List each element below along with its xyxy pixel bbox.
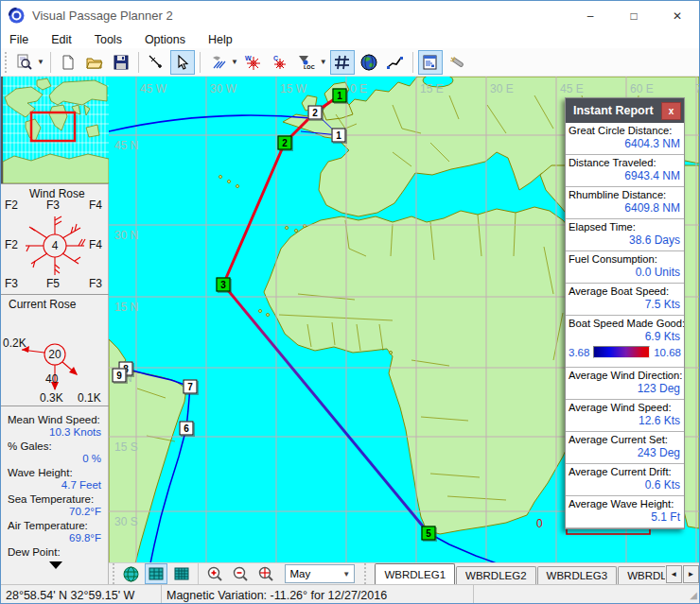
menu-item-file[interactable]: File <box>9 33 28 46</box>
lon-label: 15 E <box>420 82 444 95</box>
report-row-value: 0.0 Units <box>569 266 681 279</box>
wind-rose-label: F3 <box>89 277 102 290</box>
report-row-value: 38.6 Days <box>569 233 681 247</box>
grid-view-1-button[interactable] <box>145 563 168 584</box>
route-waypoint-1[interactable]: 1 <box>333 89 347 103</box>
mark-waypoint-7[interactable]: 7 <box>184 380 198 394</box>
stat-value: 69.8°F <box>8 532 103 544</box>
report-row-label: Boat Speed Made Good: <box>569 318 681 329</box>
print-preview-button[interactable] <box>11 50 36 75</box>
wind-rose-center-value: 4 <box>45 239 64 252</box>
zoom-out-button[interactable] <box>229 563 253 584</box>
open-file-icon <box>86 55 103 70</box>
tabbar-grip[interactable] <box>362 563 368 584</box>
report-row-label: Average Boat Speed: <box>569 285 681 297</box>
mark-waypoint-2[interactable]: 2 <box>308 106 323 120</box>
magnetic-variation: Magnetic Variation: -11.26° for 12/27/20… <box>162 585 474 604</box>
mark-waypoint-6[interactable]: 6 <box>180 422 194 436</box>
lon-label: 45 E <box>560 82 584 95</box>
location-tool-button[interactable]: LOC <box>294 50 319 75</box>
tab-wbrdleg1[interactable]: WBRDLEG1 <box>375 563 455 584</box>
measure-tool-button[interactable] <box>144 50 168 75</box>
mark-waypoint-9[interactable]: 9 <box>113 369 127 383</box>
table-grid-icon <box>149 567 164 580</box>
print-preview-dropdown[interactable]: ▼ <box>37 58 44 66</box>
wind-rose-label: F3 <box>46 198 60 212</box>
tab-scroll-left-button[interactable]: ◄ <box>666 565 682 583</box>
save-file-button[interactable] <box>109 50 133 75</box>
tab-wbrdleg4[interactable]: WBRDLEG4 <box>618 566 664 584</box>
close-button[interactable]: ✕ <box>656 1 699 30</box>
instant-report-toggle-button[interactable] <box>418 50 443 75</box>
route-waypoint-2[interactable]: 2 <box>278 136 292 150</box>
lon-label: 0 E <box>350 82 367 95</box>
stat-value: 70.2°F <box>8 506 103 517</box>
speed-gradient-bar <box>593 346 650 358</box>
report-row: Average Current Drift:0.6 Kts <box>566 464 684 496</box>
resize-grip[interactable]: ◢ <box>690 590 697 600</box>
route-waypoint-3[interactable]: 3 <box>217 278 231 292</box>
overview-map[interactable] <box>1 77 109 183</box>
location-tool-dropdown[interactable]: ▼ <box>320 58 327 66</box>
report-row-value: 243 Deg <box>569 446 681 459</box>
open-file-button[interactable] <box>82 50 107 75</box>
new-document-button[interactable] <box>56 50 80 75</box>
route-tool-button[interactable] <box>383 50 408 75</box>
mark-waypoint-1[interactable]: 1 <box>332 129 346 143</box>
chart-map[interactable]: 0 45 W30 W15 W0 E15 E30 E45 E60 E745 N30… <box>109 77 699 562</box>
zoom-in-button[interactable] <box>203 563 227 584</box>
pointer-cursor-icon <box>175 55 189 70</box>
route-wizard-icon <box>448 55 465 70</box>
route-waypoint-5[interactable]: 5 <box>422 526 436 541</box>
wind-rose-overlay-button[interactable]: W <box>241 50 266 75</box>
instant-report-body: Great Circle Distance:6404.3 NMDistance … <box>566 123 684 528</box>
svg-text:C: C <box>273 55 278 61</box>
tab-wbrdleg3[interactable]: WBRDLEG3 <box>537 566 618 584</box>
report-row-value: 6943.4 NM <box>569 169 681 182</box>
globe-view-button[interactable] <box>357 50 381 75</box>
instant-report-title: Instant Report <box>566 104 654 117</box>
grid-view-2-button[interactable] <box>169 563 193 584</box>
wind-rose-label: F2 <box>5 238 18 251</box>
tab-scroll-right-button[interactable]: ► <box>683 565 699 583</box>
current-rose-label: 0.1K <box>78 391 101 405</box>
zoom-area-button[interactable] <box>254 563 278 584</box>
stat-value: 0 % <box>8 453 103 464</box>
minimize-button[interactable]: – <box>569 1 612 30</box>
current-rose-label: 40 <box>45 372 58 386</box>
route-wizard-button[interactable] <box>445 50 469 75</box>
report-row: Rhumbline Distance:6409.8 NM <box>566 187 684 219</box>
lon-label: 15 W <box>280 82 306 95</box>
lat-label: 30 N <box>114 229 138 242</box>
month-select-value: May <box>286 568 340 579</box>
instant-report-close-icon[interactable]: x <box>661 102 681 120</box>
wind-rose-section: Wind Rose F2F3F4F2F4F3F5F34 <box>1 183 109 294</box>
report-row-label: Average Wind Speed: <box>569 402 681 413</box>
instant-report-panel: Instant Report x Great Circle Distance:6… <box>565 97 685 529</box>
weather-overlay-dropdown[interactable]: ▼ <box>231 58 238 66</box>
current-rose-overlay-button[interactable]: C <box>268 50 292 75</box>
toolbar-grip[interactable] <box>3 52 9 73</box>
measure-tool-icon <box>148 54 164 70</box>
stat-label: Wave Height: <box>8 467 103 478</box>
menu-item-edit[interactable]: Edit <box>51 33 72 46</box>
current-rose-section: Current Rose 0.2K400.3K0.1K20 <box>1 294 109 406</box>
report-row-label: Average Current Set: <box>569 434 681 445</box>
maximize-button[interactable]: □ <box>612 1 656 30</box>
report-row-label: Great Circle Distance: <box>569 125 681 136</box>
menu-item-help[interactable]: Help <box>208 33 233 46</box>
report-row-value: 6404.3 NM <box>569 137 681 150</box>
weather-overlay-button[interactable] <box>205 50 230 75</box>
instant-report-header[interactable]: Instant Report x <box>566 98 684 123</box>
scroll-down-icon[interactable] <box>49 561 62 569</box>
menu-item-options[interactable]: Options <box>145 33 185 46</box>
pointer-tool-button[interactable] <box>170 50 195 75</box>
bottom-toolbar-grip[interactable] <box>111 563 116 584</box>
report-row-value: 0.6 Kts <box>569 478 681 492</box>
current-rose-label: 0.2K <box>3 337 26 350</box>
globe-projection-button[interactable] <box>119 563 143 584</box>
menu-item-tools[interactable]: Tools <box>95 33 122 46</box>
grid-toggle-button[interactable] <box>330 50 355 75</box>
month-select[interactable]: May ▼ <box>285 564 355 583</box>
tab-wbrdleg2[interactable]: WBRDLEG2 <box>456 566 536 584</box>
